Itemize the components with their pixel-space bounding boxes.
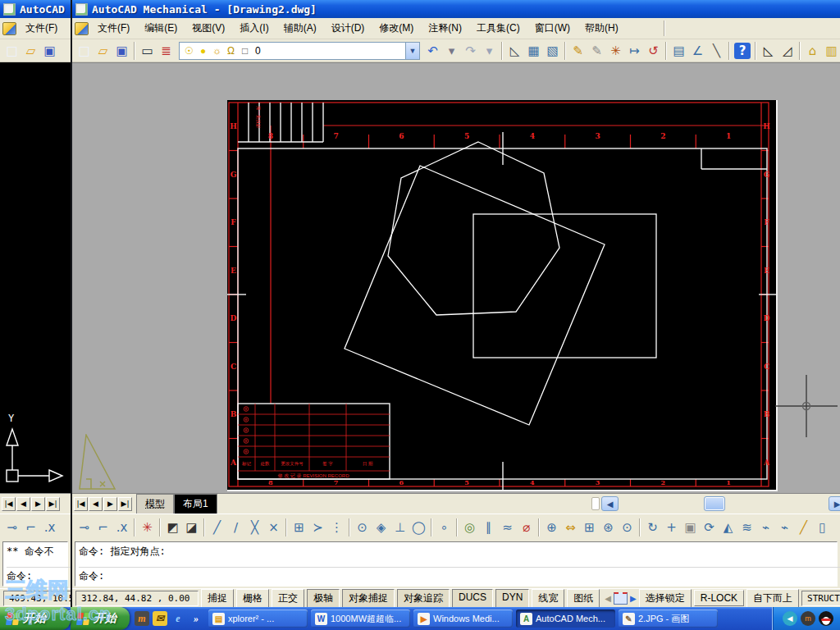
lw-menu-file[interactable]: 文件(F) [18, 18, 65, 39]
lw-tab-nav-prev[interactable]: ◀ [16, 497, 30, 511]
layer-convert-button[interactable]: ▧ [543, 41, 562, 60]
hscroll-thumb[interactable] [704, 496, 725, 511]
struct-field[interactable]: STRUCT [801, 591, 840, 606]
snap-node-icon[interactable]: ∘ [435, 518, 454, 536]
dyn-toggle[interactable]: DYN [495, 589, 529, 608]
menu-assist[interactable]: 辅助(A) [276, 18, 324, 39]
hscroll-left-button[interactable]: ◀ [601, 496, 619, 511]
menu-file[interactable]: 文件(F) [90, 18, 137, 39]
save-button[interactable]: ▣ [112, 41, 131, 60]
layer-lock-icon[interactable]: Ω [224, 45, 238, 57]
layer-manager-button[interactable]: ≣ [157, 41, 176, 60]
lw-temporary-track-point-icon[interactable]: ⊸ [2, 518, 21, 536]
snap-insert-icon[interactable]: ◎ [460, 518, 479, 536]
copy-icon[interactable]: ▣ [681, 518, 700, 536]
snap-none-icon[interactable]: ⌀ [517, 518, 536, 536]
task-xplorer[interactable]: ▤xplorer² - ... [208, 609, 308, 628]
menu-window[interactable]: 窗口(W) [527, 18, 578, 39]
viewport-next-icon[interactable]: ▶ [630, 594, 637, 603]
paper-model-toggle[interactable]: 图纸 [567, 589, 600, 608]
lw-tab-nav-first[interactable]: |◀ [2, 497, 16, 511]
layer-combobox[interactable]: ☉●☼Ω□ 0 ▼ [179, 42, 420, 60]
select-window-icon[interactable]: ◩ [163, 518, 182, 536]
tray-media-icon[interactable]: ◀ [783, 611, 797, 626]
titlebar[interactable]: AutoCAD Mechanical - [Drawing2.dwg] [72, 0, 840, 18]
layer-match-button[interactable]: ◺ [505, 41, 524, 60]
tab-nav-prev[interactable]: ◀ [89, 497, 103, 511]
menu-design[interactable]: 设计(D) [324, 18, 372, 39]
mirror-icon[interactable]: ◭ [719, 518, 737, 536]
command-input[interactable]: 命令: [79, 567, 840, 583]
layer-color-swatch[interactable]: □ [238, 45, 252, 57]
hscroll-track[interactable] [591, 497, 600, 510]
snap-tangent-icon[interactable]: ◯ [409, 518, 428, 536]
viewport-prev-icon[interactable]: ◀ [605, 594, 611, 603]
start-button-background[interactable]: 开始 [0, 607, 71, 630]
line-icon[interactable]: ╱ [794, 518, 813, 536]
redo-button[interactable]: ↷ [461, 41, 480, 60]
select-crossing-icon[interactable]: ◪ [182, 518, 201, 536]
zoom-realtime-icon[interactable]: ⊕ [542, 518, 561, 536]
snap-from-icon[interactable]: ⌐ [94, 518, 112, 536]
menu-annotate[interactable]: 注释(N) [421, 18, 469, 39]
snap-nearest-icon[interactable]: ≈ [498, 518, 517, 536]
rotate-icon[interactable]: ↻ [643, 518, 662, 536]
layer-walk-button[interactable]: ▦ [524, 41, 543, 60]
sketch-button[interactable]: ╲ [707, 41, 726, 60]
snap-endpoint-icon[interactable]: ╱ [208, 518, 226, 536]
rlock-button[interactable]: R-LOCK [694, 590, 744, 606]
power-recall-button[interactable]: ↺ [644, 41, 663, 60]
lw-tab-nav-last[interactable]: ▶| [46, 497, 60, 511]
osnap-settings-icon[interactable]: ✳ [138, 518, 157, 536]
viewport-maximize-icon[interactable] [614, 592, 628, 605]
mech-library-button[interactable]: ▥ [822, 41, 840, 60]
fillet-button[interactable]: ◿ [778, 41, 797, 60]
layer-on-bulb-icon[interactable]: ☉ [182, 45, 196, 57]
snap-toggle[interactable]: 捕捉 [201, 589, 234, 608]
new-button[interactable]: □ [75, 41, 94, 60]
lw-menu-edit-partial[interactable]: 编 [65, 18, 71, 39]
hscroll-right-button[interactable]: ▶ [829, 496, 840, 511]
lw-tab-nav-next[interactable]: ▶ [31, 497, 45, 511]
mech-structure-button[interactable]: ⌂ [803, 41, 822, 60]
power-dimension-button[interactable]: ↦ [625, 41, 644, 60]
tab-nav-last[interactable]: ▶| [118, 497, 132, 511]
screen-display-button[interactable]: ▭ [138, 41, 157, 60]
trim-icon[interactable]: ⌁ [756, 518, 775, 536]
bottom-up-button[interactable]: 自下而上 [746, 589, 799, 608]
edge-icon[interactable]: ▯ [813, 518, 832, 536]
rectangle-entity[interactable] [473, 214, 656, 358]
temporary-track-point-icon[interactable]: ⊸ [75, 518, 94, 536]
menu-help[interactable]: 帮助(H) [578, 18, 626, 39]
task-word-doc[interactable]: W1000MW超超临... [311, 609, 410, 628]
tab-nav-first[interactable]: |◀ [74, 497, 88, 511]
lw-save-button[interactable]: ▣ [40, 41, 59, 60]
tray-maxthon-icon[interactable]: m [801, 611, 815, 626]
lw-command-input[interactable]: 命令: [7, 567, 71, 583]
rotate-reference-icon[interactable]: ⟳ [700, 518, 719, 536]
angle-button[interactable]: ∠ [688, 41, 707, 60]
start-button[interactable]: 开始 [71, 607, 130, 630]
undo-button[interactable]: ↶ [423, 41, 442, 60]
lw-open-button[interactable]: ▱ [21, 41, 40, 60]
task-paint[interactable]: ✎2.JPG - 画图 [619, 609, 718, 628]
lw-drawing-canvas[interactable]: Y [0, 62, 71, 493]
layout-paper[interactable]: 标记 处数 更改文件号 签 字 日 期 修 改 记 录 REVISION REC… [227, 100, 778, 491]
quicklaunch-mail[interactable]: ✉ [153, 611, 167, 626]
quicklaunch-ie[interactable]: e [171, 611, 185, 626]
snap-perpendicular-icon[interactable]: ⊥ [390, 518, 409, 536]
zoom-extents-icon[interactable]: ⊛ [599, 518, 618, 536]
snap-intersection-icon[interactable]: ╳ [245, 518, 264, 536]
tab-nav-next[interactable]: ▶ [103, 497, 117, 511]
command-window[interactable]: 命令: 指定对角点: 命令: [75, 541, 838, 587]
undo-dropdown[interactable]: ▾ [442, 41, 461, 60]
zoom-previous-icon[interactable]: ⊙ [618, 518, 637, 536]
tab-model[interactable]: 模型 [136, 494, 174, 514]
snap-apparent-intersection-icon[interactable]: × [264, 518, 283, 536]
ducs-toggle[interactable]: DUCS [452, 589, 493, 608]
snap-quadrant-icon[interactable]: ◈ [372, 518, 390, 536]
polar-toggle[interactable]: 极轴 [307, 589, 340, 608]
lw-point-filter-icon[interactable]: .x [40, 518, 59, 536]
quicklaunch-maxthon[interactable]: m [135, 611, 149, 626]
annotation-button[interactable]: ▤ [669, 41, 688, 60]
